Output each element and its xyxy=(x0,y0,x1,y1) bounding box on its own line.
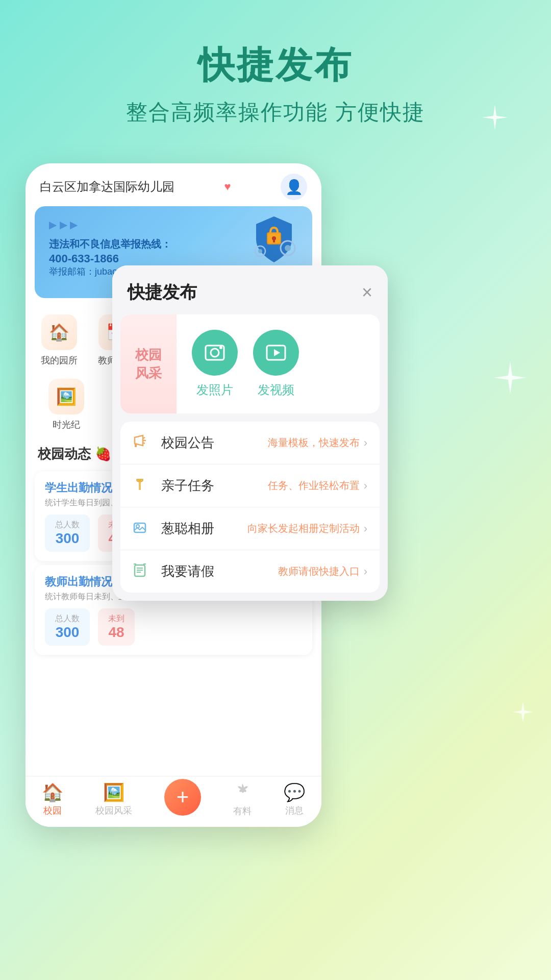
announcement-icon xyxy=(133,434,153,452)
heart-icon: ♥ xyxy=(224,180,231,193)
svg-rect-16 xyxy=(139,482,141,490)
album-arrow: › xyxy=(364,522,367,535)
my-school-icon: 🏠 xyxy=(41,314,77,350)
album-desc: 向家长发起相册定制活动 xyxy=(247,522,360,535)
nav-message-icon: 💬 xyxy=(284,782,305,802)
leave-name: 我要请假 xyxy=(161,562,278,580)
modal-item-task[interactable]: 亲子任务 任务、作业轻松布置 › xyxy=(120,464,380,507)
nav-message-label: 消息 xyxy=(285,804,304,817)
send-photo-icon xyxy=(192,330,238,376)
svg-point-17 xyxy=(138,479,141,482)
task-name: 亲子任务 xyxy=(161,477,268,495)
svg-point-8 xyxy=(211,349,219,357)
avatar: 👤 xyxy=(281,174,307,200)
nav-interesting-icon xyxy=(234,781,251,803)
svg-rect-18 xyxy=(134,523,145,532)
nav-campus-label: 校园 xyxy=(43,804,62,817)
announcement-name: 校园公告 xyxy=(161,434,268,452)
strawberry-icon: 🍓 xyxy=(95,446,111,462)
modal-list: 校园公告 海量模板，快速发布 › 亲子任务 任务、作业轻松布置 › xyxy=(120,422,380,593)
nav-message[interactable]: 💬 消息 xyxy=(284,782,305,817)
student-total-label: 总人数 xyxy=(55,520,80,530)
modal-item-album[interactable]: 葱聪相册 向家长发起相册定制活动 › xyxy=(120,507,380,550)
sparkle-decoration-2 xyxy=(490,357,531,398)
bottom-navigation: 🏠 校园 🖼️ 校园风采 + 有料 💬 消息 xyxy=(26,776,321,827)
svg-rect-2 xyxy=(273,239,275,242)
teacher-attendance-stats: 总人数 300 未到 48 xyxy=(45,608,302,646)
menu-item-my-school[interactable]: 🏠 我的园所 xyxy=(31,308,88,373)
teacher-total-stat: 总人数 300 xyxy=(45,608,90,646)
album-icon xyxy=(133,520,153,537)
leave-arrow: › xyxy=(364,565,367,578)
student-total-value: 300 xyxy=(55,530,80,547)
album-name: 葱聪相册 xyxy=(161,520,247,537)
modal-actions: 发照片 发视频 xyxy=(177,314,380,413)
teacher-absent-label: 未到 xyxy=(108,614,124,624)
send-video-label: 发视频 xyxy=(258,382,294,398)
teacher-absent-stat: 未到 48 xyxy=(98,608,135,646)
modal-send-video-btn[interactable]: 发视频 xyxy=(253,330,299,398)
student-total-stat: 总人数 300 xyxy=(45,514,90,552)
teacher-total-value: 300 xyxy=(55,624,80,641)
announcement-arrow: › xyxy=(364,436,367,450)
modal-title: 快捷发布 xyxy=(128,281,197,304)
announcement-desc: 海量模板，快速发布 xyxy=(268,436,360,450)
header: 快捷发布 整合高频率操作功能 方便快捷 xyxy=(0,0,551,147)
modal-item-leave[interactable]: 我要请假 教师请假快捷入口 › xyxy=(120,550,380,593)
modal-campus-tab[interactable]: 校园风采 xyxy=(120,314,177,413)
menu-item-moments[interactable]: 🖼️ 时光纪 xyxy=(31,373,102,437)
nav-gallery-icon: 🖼️ xyxy=(103,782,124,802)
task-icon xyxy=(133,477,153,495)
nav-gallery-label: 校园风采 xyxy=(95,804,132,817)
svg-rect-15 xyxy=(135,444,137,447)
nav-interesting[interactable]: 有料 xyxy=(233,781,252,817)
svg-point-9 xyxy=(219,346,222,349)
nav-plus-button[interactable]: + xyxy=(164,779,201,816)
modal-item-announcement[interactable]: 校园公告 海量模板，快速发布 › xyxy=(120,422,380,464)
nav-gallery[interactable]: 🖼️ 校园风采 xyxy=(95,782,132,817)
modal-close-button[interactable]: × xyxy=(362,282,372,303)
modal-send-photo-btn[interactable]: 发照片 xyxy=(192,330,238,398)
teacher-total-label: 总人数 xyxy=(55,614,80,624)
page-title: 快捷发布 xyxy=(0,41,551,90)
sparkle-decoration-3 xyxy=(510,699,536,725)
phone-top-bar: 白云区加拿达国际幼儿园 ♥ 👤 xyxy=(26,163,321,206)
nav-campus[interactable]: 🏠 校园 xyxy=(42,782,63,817)
leave-desc: 教师请假快捷入口 xyxy=(278,565,360,578)
teacher-absent-value: 48 xyxy=(108,624,124,641)
svg-point-19 xyxy=(136,525,139,528)
menu-label-moments: 时光纪 xyxy=(53,419,80,431)
svg-point-4 xyxy=(285,245,291,251)
menu-label-my-school: 我的园所 xyxy=(41,354,78,366)
svg-marker-11 xyxy=(274,349,280,356)
task-arrow: › xyxy=(364,479,367,493)
nav-interesting-label: 有料 xyxy=(233,805,252,817)
nav-plus[interactable]: + xyxy=(164,779,201,820)
page-subtitle: 整合高频率操作功能 方便快捷 xyxy=(0,98,551,127)
quick-publish-modal: 快捷发布 × 校园风采 发照片 xyxy=(112,265,388,601)
svg-point-6 xyxy=(258,249,262,253)
send-video-icon xyxy=(253,330,299,376)
school-name: 白云区加拿达国际幼儿园 xyxy=(40,179,174,195)
leave-icon xyxy=(133,563,153,580)
task-desc: 任务、作业轻松布置 xyxy=(268,479,360,493)
plus-icon: + xyxy=(177,785,189,810)
send-photo-label: 发照片 xyxy=(196,382,233,398)
nav-campus-icon: 🏠 xyxy=(42,782,63,802)
modal-header: 快捷发布 × xyxy=(112,265,388,314)
moments-icon: 🖼️ xyxy=(48,379,84,414)
modal-campus-section: 校园风采 发照片 发视频 xyxy=(120,314,380,413)
